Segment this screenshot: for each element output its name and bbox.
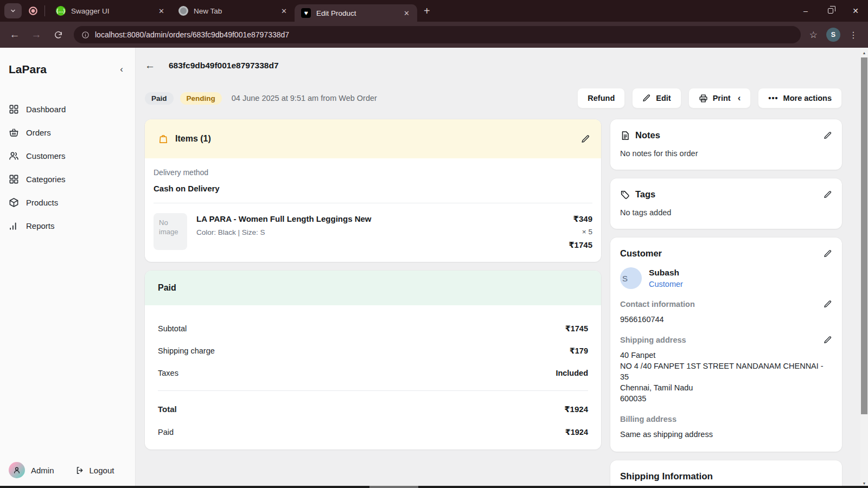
page-scrollbar[interactable]: ▲ ▼	[860, 48, 868, 488]
tab-close-icon[interactable]: ✕	[401, 9, 412, 17]
edit-items-button[interactable]	[581, 134, 590, 144]
payment-status-header: Paid	[145, 271, 601, 305]
customer-avatar: S	[620, 267, 642, 289]
edit-label: Edit	[656, 94, 671, 102]
divider	[154, 203, 592, 203]
restore-icon	[828, 8, 833, 14]
contact-information-label: Contact information	[620, 300, 824, 309]
browser-refresh-button[interactable]	[49, 25, 67, 44]
refund-button[interactable]: Refund	[577, 88, 625, 108]
scrollbar-thumb[interactable]	[861, 57, 867, 414]
shipping-charge-value: ₹179	[570, 346, 588, 355]
sidebar-item-label: Categories	[26, 175, 66, 184]
chevron-down-icon	[10, 8, 16, 14]
tab-close-icon[interactable]: ✕	[156, 7, 167, 15]
refund-label: Refund	[588, 94, 615, 102]
swagger-favicon-icon: {…}	[56, 6, 66, 16]
edit-shipping-address-button[interactable]	[824, 336, 832, 344]
address-line: Chennai, Tamil Nadu	[620, 382, 832, 393]
sidebar-collapse-button[interactable]: ‹	[117, 63, 126, 76]
pencil-icon	[824, 249, 832, 258]
ellipsis-icon: •••	[768, 94, 778, 102]
logout-icon	[75, 466, 85, 475]
delivery-method-value: Cash on Delivery	[154, 184, 592, 193]
divider	[158, 390, 588, 391]
shipping-charge-label: Shipping charge	[158, 346, 215, 355]
items-card-title: Items (1)	[175, 134, 575, 144]
bookmark-star-icon[interactable]: ☆	[807, 29, 820, 41]
logout-button[interactable]: Logout	[75, 466, 114, 475]
browser-back-button[interactable]: ←	[5, 25, 24, 44]
edit-notes-button[interactable]	[824, 131, 832, 140]
product-name: LA PARA - Women Full Length Leggings New	[196, 214, 559, 223]
new-tab-button[interactable]: +	[417, 5, 437, 17]
people-icon	[9, 151, 19, 161]
app-logo: LaPara	[9, 63, 47, 76]
sidebar-item-label: Products	[26, 198, 58, 207]
tag-icon	[620, 190, 630, 200]
print-chevron-icon[interactable]: ‹	[738, 93, 741, 104]
sidebar-item-label: Reports	[26, 221, 55, 230]
restore-button[interactable]	[818, 0, 843, 22]
sidebar-item-customers[interactable]: Customers	[9, 144, 126, 168]
notes-card-title: Notes	[635, 130, 818, 140]
print-label: Print	[713, 94, 731, 102]
customer-profile-link[interactable]: Customer	[649, 280, 683, 288]
taxes-row: Taxes Included	[158, 369, 588, 377]
tab-swagger-ui[interactable]: {…} Swagger UI ✕	[49, 2, 172, 20]
address-bar[interactable]: localhost:8080/admin/orders/683fc9db49f0…	[74, 26, 801, 43]
printer-icon	[699, 94, 708, 103]
basket-icon	[9, 127, 19, 138]
tab-new-tab[interactable]: New Tab ✕	[172, 2, 295, 20]
paid-status-badge: Paid	[145, 92, 174, 105]
edit-button[interactable]: Edit	[632, 88, 681, 108]
shipping-address-label: Shipping address	[620, 336, 824, 344]
person-icon	[12, 466, 21, 474]
browser-profile-avatar[interactable]: S	[826, 28, 840, 42]
tab-edit-product-active[interactable]: ♥ Edit Product ✕	[295, 4, 417, 22]
edit-customer-button[interactable]	[824, 249, 832, 258]
shipping-charge-row: Shipping charge ₹179	[158, 346, 588, 355]
tab-search-button[interactable]	[4, 3, 22, 18]
edit-tags-button[interactable]	[824, 190, 832, 199]
address-line: 600035	[620, 393, 832, 404]
tab-close-icon[interactable]: ✕	[279, 7, 289, 15]
admin-avatar[interactable]	[9, 462, 25, 478]
edit-contact-button[interactable]	[824, 300, 832, 309]
browser-toolbar: ← → localhost:8080/admin/orders/683fc9db…	[0, 22, 868, 48]
sidebar-item-reports[interactable]: Reports	[9, 214, 126, 237]
more-actions-button[interactable]: ••• More actions	[758, 88, 842, 108]
taxes-value: Included	[556, 369, 588, 377]
order-id-title: 683fc9db49f001e8797338d7	[169, 61, 279, 70]
sidebar-item-categories[interactable]: Categories	[9, 168, 126, 191]
close-window-button[interactable]: ✕	[843, 0, 868, 22]
logout-label: Logout	[90, 466, 114, 475]
pencil-icon	[824, 336, 832, 344]
customer-card-title: Customer	[620, 248, 818, 259]
shipping-information-card: Shipping Information Shipping Partner	[610, 460, 842, 488]
browser-tab-strip: {…} Swagger UI ✕ New Tab ✕ ♥ Edit Produc…	[0, 0, 868, 22]
sidebar-item-products[interactable]: Products	[9, 191, 126, 214]
browser-menu-icon[interactable]: ⋮	[847, 30, 860, 40]
total-value: ₹1924	[564, 404, 588, 414]
billing-address-value: Same as shipping address	[620, 429, 832, 440]
sidebar-item-dashboard[interactable]: Dashboard	[9, 98, 126, 121]
total-row: Total ₹1924	[158, 404, 588, 414]
site-info-icon[interactable]	[81, 31, 90, 39]
product-no-image-placeholder: No image	[154, 213, 187, 250]
url-text[interactable]: localhost:8080/admin/orders/683fc9db49f0…	[95, 30, 289, 39]
back-button[interactable]: ←	[145, 60, 155, 72]
info-circle-icon	[81, 31, 90, 39]
browser-forward-button[interactable]: →	[27, 25, 46, 44]
minimize-button[interactable]: –	[793, 0, 818, 22]
scroll-up-arrow[interactable]: ▲	[860, 49, 868, 56]
record-extension-icon[interactable]	[28, 6, 38, 16]
print-button[interactable]: Print ‹	[688, 88, 751, 108]
pencil-icon	[824, 131, 832, 140]
tags-empty-text: No tags added	[620, 208, 832, 217]
payment-card: Paid Subtotal ₹1745 Shipping charge ₹179…	[145, 271, 601, 450]
items-card: Items (1) Delivery method Cash on Delive…	[145, 119, 601, 262]
refresh-icon	[54, 30, 63, 40]
customer-card: Customer S Subash Customer Contact in	[610, 237, 842, 452]
sidebar-item-orders[interactable]: Orders	[9, 121, 126, 144]
